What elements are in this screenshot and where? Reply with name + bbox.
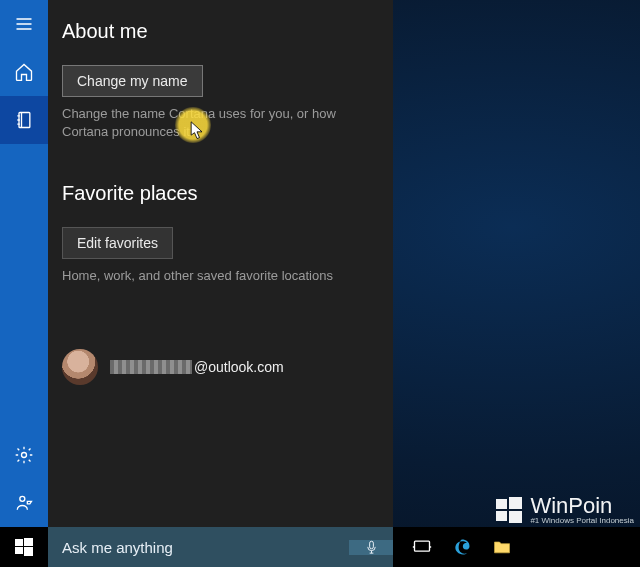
- svg-rect-0: [19, 113, 30, 128]
- taskbar: Ask me anything: [0, 527, 640, 567]
- start-button[interactable]: [0, 527, 48, 567]
- change-name-button[interactable]: Change my name: [62, 65, 203, 97]
- notebook-icon[interactable]: [0, 96, 48, 144]
- svg-rect-11: [415, 541, 430, 551]
- edge-browser-icon[interactable]: [451, 536, 473, 558]
- about-me-description: Change the name Cortana uses for you, or…: [62, 105, 379, 140]
- watermark-brand: WinPoin: [530, 495, 634, 517]
- cortana-notebook-panel: About me Change my name Change the name …: [48, 0, 393, 527]
- svg-rect-9: [15, 547, 23, 554]
- taskbar-pinned-apps: [393, 527, 513, 567]
- user-avatar: [62, 349, 98, 385]
- svg-rect-5: [496, 511, 507, 521]
- favorite-places-heading: Favorite places: [62, 182, 379, 205]
- email-suffix: @outlook.com: [194, 359, 284, 375]
- windows-logo-icon: [494, 495, 524, 525]
- windows-start-icon: [15, 538, 33, 556]
- svg-rect-10: [24, 547, 33, 556]
- about-me-section: About me Change my name Change the name …: [48, 0, 393, 148]
- svg-rect-7: [15, 539, 23, 546]
- email-redacted-part: [110, 360, 192, 374]
- watermark: WinPoin #1 Windows Portal Indonesia: [494, 495, 634, 525]
- file-explorer-icon[interactable]: [491, 536, 513, 558]
- svg-rect-8: [24, 538, 33, 546]
- edit-favorites-button[interactable]: Edit favorites: [62, 227, 173, 259]
- cortana-search-box[interactable]: Ask me anything: [48, 527, 393, 567]
- favorite-places-section: Favorite places Edit favorites Home, wor…: [48, 148, 393, 293]
- task-view-icon[interactable]: [411, 536, 433, 558]
- svg-rect-6: [509, 511, 522, 523]
- watermark-tagline: #1 Windows Portal Indonesia: [530, 517, 634, 525]
- svg-point-1: [22, 453, 27, 458]
- search-placeholder: Ask me anything: [62, 539, 341, 556]
- hamburger-menu-icon[interactable]: [0, 0, 48, 48]
- settings-gear-icon[interactable]: [0, 431, 48, 479]
- account-row[interactable]: @outlook.com: [48, 331, 393, 403]
- about-me-heading: About me: [62, 20, 379, 43]
- favorite-places-description: Home, work, and other saved favorite loc…: [62, 267, 379, 285]
- svg-rect-4: [509, 497, 522, 509]
- svg-point-2: [20, 496, 25, 501]
- feedback-icon[interactable]: [0, 479, 48, 527]
- microphone-button[interactable]: [349, 540, 393, 555]
- account-email: @outlook.com: [110, 359, 284, 375]
- cortana-rail: [0, 0, 48, 527]
- home-icon[interactable]: [0, 48, 48, 96]
- svg-rect-3: [496, 499, 507, 509]
